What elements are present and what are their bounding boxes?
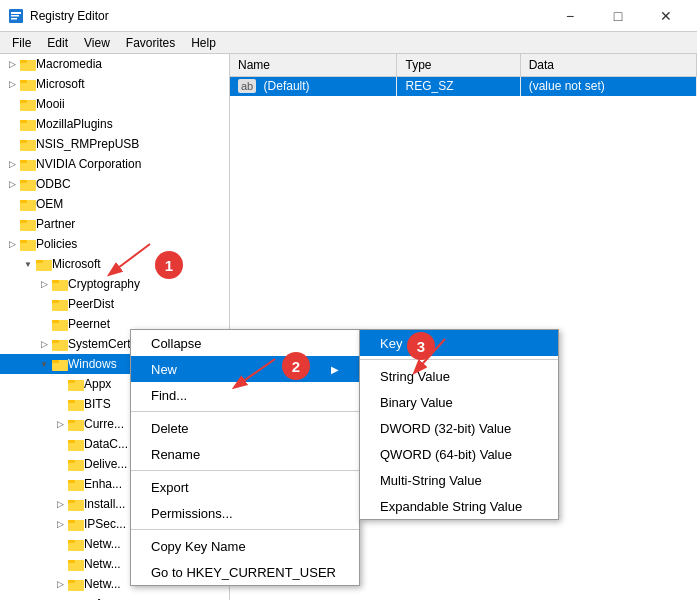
ctx-gotohkcu[interactable]: Go to HKEY_CURRENT_USER	[131, 559, 359, 585]
ctx-rename[interactable]: Rename	[131, 441, 359, 467]
ctx-collapse[interactable]: Collapse	[131, 330, 359, 356]
tree-label-macromedia: Macromedia	[36, 57, 102, 71]
ctx-sep1	[131, 411, 359, 412]
menu-edit[interactable]: Edit	[39, 34, 76, 52]
menu-file[interactable]: File	[4, 34, 39, 52]
ctx-find[interactable]: Find...	[131, 382, 359, 408]
sub-qword[interactable]: QWORD (64-bit) Value	[360, 441, 558, 467]
folder-icon-netw1	[68, 537, 84, 551]
tree-item-nsis[interactable]: NSIS_RMPrepUSB	[0, 134, 229, 154]
tree-label-datac: DataC...	[84, 437, 128, 451]
table-row[interactable]: ab (Default) REG_SZ (value not set)	[230, 76, 697, 96]
folder-icon-odbc	[20, 177, 36, 191]
tree-item-peerdist[interactable]: PeerDist	[0, 294, 229, 314]
main-layout: ▷ Macromedia ▷ Microsoft Mooii MozillaPl…	[0, 54, 697, 600]
folder-icon-appx	[68, 377, 84, 391]
folder-icon-partner	[20, 217, 36, 231]
ctx-new[interactable]: New ▶	[131, 356, 359, 382]
svg-rect-3	[11, 18, 17, 20]
sub-key[interactable]: Key	[360, 330, 558, 356]
submenu: Key String Value Binary Value DWORD (32-…	[359, 329, 559, 520]
tree-label-cryptography: Cryptography	[68, 277, 140, 291]
tree-label-netw1: Netw...	[84, 537, 121, 551]
folder-icon-peerdist	[52, 297, 68, 311]
ctx-collapse-label: Collapse	[151, 336, 202, 351]
col-type: Type	[397, 54, 520, 76]
folder-icon-nvidia	[20, 157, 36, 171]
ctx-permissions[interactable]: Permissions...	[131, 500, 359, 526]
tree-label-odbc: ODBC	[36, 177, 71, 191]
tree-item-policies[interactable]: ▷ Policies	[0, 234, 229, 254]
sub-key-label: Key	[380, 336, 402, 351]
folder-icon-mooii	[20, 97, 36, 111]
svg-rect-9	[20, 100, 27, 103]
menu-favorites[interactable]: Favorites	[118, 34, 183, 52]
svg-rect-15	[20, 160, 27, 163]
tree-item-oem[interactable]: OEM	[0, 194, 229, 214]
sub-dword[interactable]: DWORD (32-bit) Value	[360, 415, 558, 441]
tree-label-appx: Appx	[84, 377, 111, 391]
title-bar-text: Registry Editor	[30, 9, 547, 23]
svg-rect-41	[68, 420, 75, 423]
folder-icon-bits	[68, 397, 84, 411]
sub-expandable-label: Expandable String Value	[380, 499, 522, 514]
folder-icon-delive	[68, 457, 84, 471]
cell-data: (value not set)	[520, 76, 696, 96]
tree-label-mozillaplugins: MozillaPlugins	[36, 117, 113, 131]
folder-icon-peernet	[52, 317, 68, 331]
svg-rect-39	[68, 400, 75, 403]
tree-label-delive: Delive...	[84, 457, 127, 471]
folder-icon-oem	[20, 197, 36, 211]
svg-rect-2	[11, 15, 19, 17]
tree-item-mooii[interactable]: Mooii	[0, 94, 229, 114]
expander-microsoft-root: ▷	[4, 76, 20, 92]
svg-rect-31	[52, 320, 59, 323]
maximize-button[interactable]: □	[595, 0, 641, 32]
svg-rect-51	[68, 520, 75, 523]
tree-item-partner[interactable]: Partner	[0, 214, 229, 234]
annotation-3: 3	[407, 332, 435, 360]
folder-icon-mozillaplugins	[20, 117, 36, 131]
svg-rect-21	[20, 220, 27, 223]
tree-item-odbc[interactable]: ▷ ODBC	[0, 174, 229, 194]
tree-label-partner: Partner	[36, 217, 75, 231]
tree-item-nvidia[interactable]: ▷ NVIDIA Corporation	[0, 154, 229, 174]
col-name: Name	[230, 54, 397, 76]
ctx-permissions-label: Permissions...	[151, 506, 233, 521]
svg-rect-29	[52, 300, 59, 303]
svg-rect-33	[52, 340, 59, 343]
ab-icon: ab	[238, 79, 256, 93]
tree-item-mozillaplugins[interactable]: MozillaPlugins	[0, 114, 229, 134]
menu-view[interactable]: View	[76, 34, 118, 52]
tree-label-bits: BITS	[84, 397, 111, 411]
close-button[interactable]: ✕	[643, 0, 689, 32]
tree-item-cryptography[interactable]: ▷ Cryptography	[0, 274, 229, 294]
sub-expandable[interactable]: Expandable String Value	[360, 493, 558, 519]
svg-rect-47	[68, 480, 75, 483]
sub-multistring[interactable]: Multi-String Value	[360, 467, 558, 493]
tree-label-peernet: Peernet	[68, 317, 110, 331]
ctx-copykey[interactable]: Copy Key Name	[131, 533, 359, 559]
tree-item-microsoft-root[interactable]: ▷ Microsoft	[0, 74, 229, 94]
ctx-delete[interactable]: Delete	[131, 415, 359, 441]
svg-rect-57	[68, 580, 75, 583]
menu-help[interactable]: Help	[183, 34, 224, 52]
folder-icon-netw2	[68, 557, 84, 571]
sub-binaryvalue-label: Binary Value	[380, 395, 453, 410]
sub-binaryvalue[interactable]: Binary Value	[360, 389, 558, 415]
svg-rect-43	[68, 440, 75, 443]
svg-rect-35	[52, 360, 59, 363]
minimize-button[interactable]: −	[547, 0, 593, 32]
tree-label-netw2: Netw...	[84, 557, 121, 571]
tree-label-microsoft: Microsoft	[52, 257, 101, 271]
tree-item-macromedia[interactable]: ▷ Macromedia	[0, 54, 229, 74]
ctx-export[interactable]: Export	[131, 474, 359, 500]
tree-item-safer[interactable]: ▷ safer	[0, 594, 229, 600]
tree-label-oem: OEM	[36, 197, 63, 211]
tree-item-microsoft[interactable]: ▼ Microsoft	[0, 254, 229, 274]
tree-label-nvidia: NVIDIA Corporation	[36, 157, 141, 171]
svg-rect-49	[68, 500, 75, 503]
tree-label-microsoft-root: Microsoft	[36, 77, 85, 91]
sub-stringvalue[interactable]: String Value	[360, 363, 558, 389]
tree-label-mooii: Mooii	[36, 97, 65, 111]
